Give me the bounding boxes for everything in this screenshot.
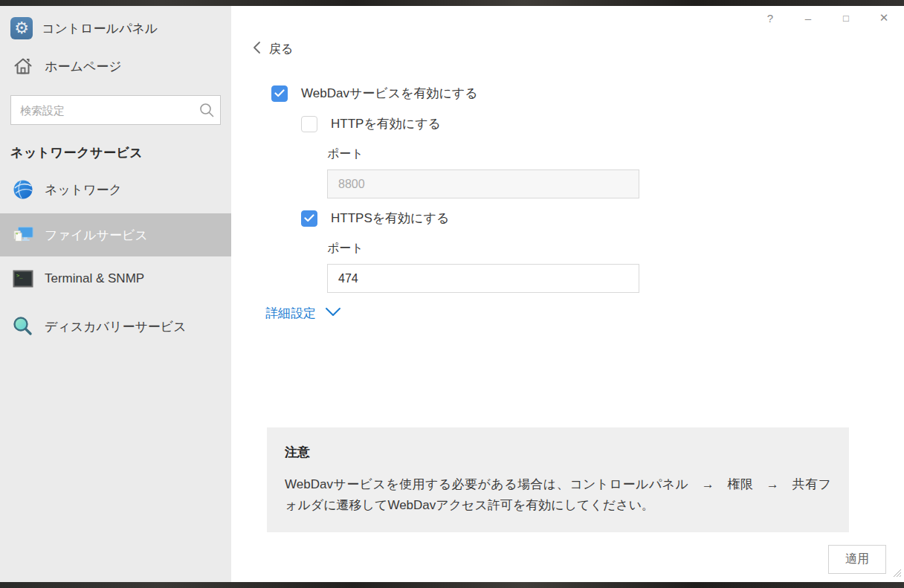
desktop-background-bottom [0, 582, 904, 588]
webdav-checkbox[interactable] [271, 85, 288, 102]
note-title: 注意 [285, 444, 831, 461]
sidebar-item-home-label: ホームページ [45, 58, 122, 75]
svg-text:>_: >_ [16, 273, 23, 279]
sidebar-item-label: ディスカバリーサービス [45, 318, 187, 335]
sidebar-item-home[interactable]: ホームページ [0, 49, 231, 83]
chevron-left-icon [252, 41, 262, 57]
sidebar-item-label: ネットワーク [45, 181, 122, 198]
https-enable-checkbox-row[interactable]: HTTPSを有効にする [301, 210, 449, 227]
desktop-background-top [0, 0, 904, 6]
sidebar-item-file-service[interactable]: ファイルサービス [0, 213, 231, 256]
https-checkbox-label: HTTPSを有効にする [331, 210, 449, 227]
app-title-row: ⚙ コントロールパネル [0, 6, 231, 42]
app-title: コントロールパネル [42, 20, 158, 37]
apply-button[interactable]: 適用 [828, 545, 886, 574]
maximize-button[interactable]: □ [839, 9, 853, 27]
control-panel-window: ⚙ コントロールパネル ホームページ [0, 6, 904, 582]
sidebar-item-network[interactable]: ネットワーク [0, 172, 231, 207]
webdav-checkbox-label: WebDavサービスを有効にする [301, 85, 478, 102]
search-icon[interactable] [198, 102, 215, 121]
sidebar-item-label: Terminal & SNMP [45, 271, 144, 286]
back-label: 戻る [269, 42, 293, 57]
http-checkbox[interactable] [301, 116, 317, 132]
window-controls: ? – □ ✕ [763, 9, 891, 27]
home-icon [12, 56, 34, 77]
file-service-icon [12, 224, 34, 246]
http-port-input[interactable] [327, 169, 639, 198]
section-header-network-services: ネットワークサービス [10, 144, 231, 161]
note-body: WebDavサービスを使用する必要がある場合は、コントロールパネル → 権限 →… [285, 474, 831, 516]
advanced-settings-link[interactable]: 詳細設定 [265, 305, 341, 322]
advanced-settings-label: 詳細設定 [265, 305, 316, 322]
close-button[interactable]: ✕ [877, 9, 891, 27]
main-content: ? – □ ✕ 戻る WebDavサービスを有効にする [231, 6, 904, 582]
https-checkbox[interactable] [301, 210, 317, 227]
http-checkbox-label: HTTPを有効にする [331, 115, 441, 132]
note-box: 注意 WebDavサービスを使用する必要がある場合は、コントロールパネル → 権… [267, 427, 849, 532]
terminal-icon: >_ [12, 270, 34, 288]
chevron-down-icon [325, 307, 341, 320]
http-enable-checkbox-row[interactable]: HTTPを有効にする [301, 115, 441, 132]
network-globe-icon [12, 178, 34, 201]
search-input[interactable] [10, 95, 221, 125]
control-panel-gear-icon: ⚙ [10, 17, 33, 39]
help-button[interactable]: ? [763, 9, 777, 27]
back-button[interactable]: 戻る [252, 41, 293, 57]
sidebar-item-discovery-service[interactable]: ディスカバリーサービス [0, 308, 231, 344]
sidebar-item-label: ファイルサービス [45, 227, 148, 244]
https-port-label: ポート [327, 241, 364, 256]
minimize-button[interactable]: – [801, 9, 815, 27]
sidebar: ⚙ コントロールパネル ホームページ [0, 6, 231, 582]
https-port-input[interactable] [327, 264, 639, 293]
search-box [10, 95, 221, 125]
resize-grip-icon[interactable] [891, 567, 902, 581]
webdav-enable-checkbox-row[interactable]: WebDavサービスを有効にする [271, 85, 478, 102]
http-port-label: ポート [327, 146, 364, 162]
sidebar-item-terminal-snmp[interactable]: >_ Terminal & SNMP [0, 261, 231, 297]
discovery-search-icon [12, 315, 34, 337]
